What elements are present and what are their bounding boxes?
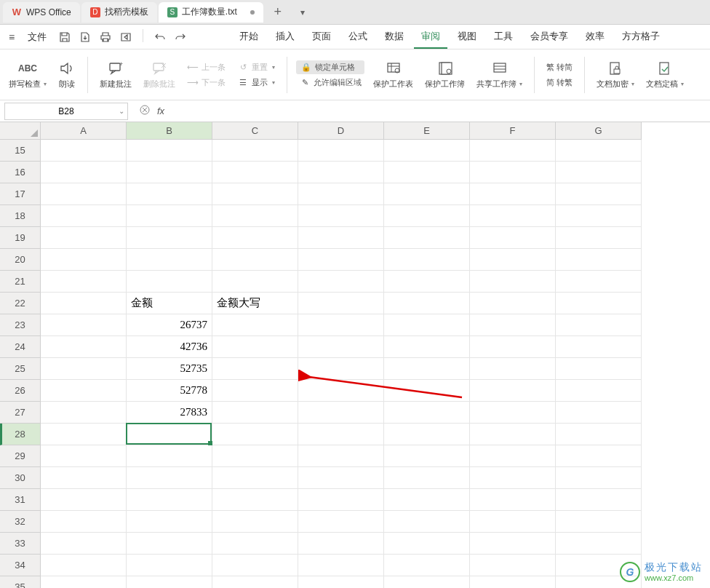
cell[interactable] [384,555,470,576]
cell[interactable] [298,358,384,380]
cell[interactable] [384,205,470,227]
to-traditional-button[interactable]: 简 转繁 [543,76,575,90]
cell[interactable] [470,555,556,576]
menu-tab-page[interactable]: 页面 [305,25,338,49]
cell[interactable] [41,183,127,205]
cell[interactable] [298,380,384,402]
cell[interactable] [127,249,212,271]
row-header[interactable]: 31 [0,489,41,511]
cell[interactable] [470,314,556,336]
cell[interactable] [127,183,212,205]
cell[interactable] [556,205,642,227]
save-icon[interactable] [57,29,73,45]
cell[interactable] [41,336,127,358]
cell[interactable] [127,227,212,249]
cell[interactable] [556,183,642,205]
cell[interactable] [298,402,384,424]
cell[interactable] [470,336,556,358]
cell[interactable] [384,140,470,162]
cell[interactable] [212,358,298,380]
next-comment-button[interactable]: ⟶下一条 [184,76,228,90]
cell[interactable] [212,205,298,227]
cell[interactable] [384,489,470,511]
reset-comment-button[interactable]: ↺重置▾ [234,60,278,74]
cell[interactable] [556,511,642,533]
menu-tab-start[interactable]: 开始 [232,25,266,49]
cell[interactable] [127,424,212,445]
cell[interactable] [212,249,298,271]
cell[interactable] [556,380,642,402]
cancel-icon[interactable] [140,105,150,117]
cell[interactable] [41,467,127,489]
undo-icon[interactable] [152,29,168,45]
cell[interactable] [41,314,127,336]
cell[interactable] [470,183,556,205]
row-header[interactable]: 32 [0,511,41,533]
cell[interactable] [556,358,642,380]
cell[interactable] [470,576,556,588]
cell[interactable] [556,533,642,555]
cell[interactable] [556,162,642,183]
cell[interactable] [298,467,384,489]
cell[interactable] [41,555,127,576]
select-all-corner[interactable] [0,122,41,140]
cell[interactable] [470,358,556,380]
cell[interactable] [384,162,470,183]
cell[interactable] [556,314,642,336]
cell[interactable] [384,249,470,271]
cell[interactable] [470,402,556,424]
cell[interactable] [41,533,127,555]
cell[interactable] [41,489,127,511]
column-header[interactable]: G [556,122,642,140]
row-header[interactable]: 21 [0,271,41,293]
cell[interactable] [384,380,470,402]
cell[interactable] [41,205,127,227]
cell[interactable] [384,183,470,205]
cell[interactable] [470,489,556,511]
row-header[interactable]: 18 [0,205,41,227]
column-header[interactable]: E [384,122,470,140]
cell[interactable] [298,511,384,533]
cell[interactable] [384,314,470,336]
cell[interactable]: 52778 [127,380,212,402]
preview-icon[interactable] [118,29,134,45]
hamburger-icon[interactable]: ≡ [3,28,20,46]
cell[interactable] [212,445,298,467]
cell[interactable] [298,489,384,511]
menu-tab-view[interactable]: 视图 [450,25,484,49]
spellcheck-button[interactable]: ABC 拼写检查▾ [6,60,49,90]
cell[interactable] [127,489,212,511]
row-header[interactable]: 26 [0,380,41,402]
cell[interactable] [470,271,556,293]
cell[interactable] [127,162,212,183]
cell[interactable] [556,249,642,271]
cell[interactable] [298,424,384,445]
cell[interactable] [212,140,298,162]
row-header[interactable]: 34 [0,555,41,576]
cell[interactable] [212,336,298,358]
delete-comment-button[interactable]: 删除批注 [140,60,178,90]
menu-tab-efficiency[interactable]: 效率 [578,25,612,49]
tab-workbook[interactable]: S 工作簿数量.txt [159,2,263,23]
menu-tab-member[interactable]: 会员专享 [523,25,575,49]
cell[interactable] [212,380,298,402]
cell[interactable]: 52735 [127,358,212,380]
prev-comment-button[interactable]: ⟵上一条 [184,60,228,74]
cell[interactable] [212,555,298,576]
cells-area[interactable]: 金额金额大写2673742736527355277827833 [41,140,642,588]
cell[interactable] [556,489,642,511]
protect-sheet-button[interactable]: 保护工作表 [370,60,416,90]
new-tab-button[interactable]: + [268,2,288,23]
cell[interactable] [556,227,642,249]
column-header[interactable]: C [212,122,298,140]
cell[interactable] [212,402,298,424]
cell[interactable] [298,140,384,162]
cell[interactable] [384,293,470,314]
row-header[interactable]: 25 [0,358,41,380]
menu-tab-ffgz[interactable]: 方方格子 [615,25,667,49]
cell[interactable]: 26737 [127,314,212,336]
cell[interactable]: 27833 [127,402,212,424]
formula-input[interactable] [172,106,294,116]
row-header[interactable]: 20 [0,249,41,271]
cell[interactable]: 金额 [127,293,212,314]
